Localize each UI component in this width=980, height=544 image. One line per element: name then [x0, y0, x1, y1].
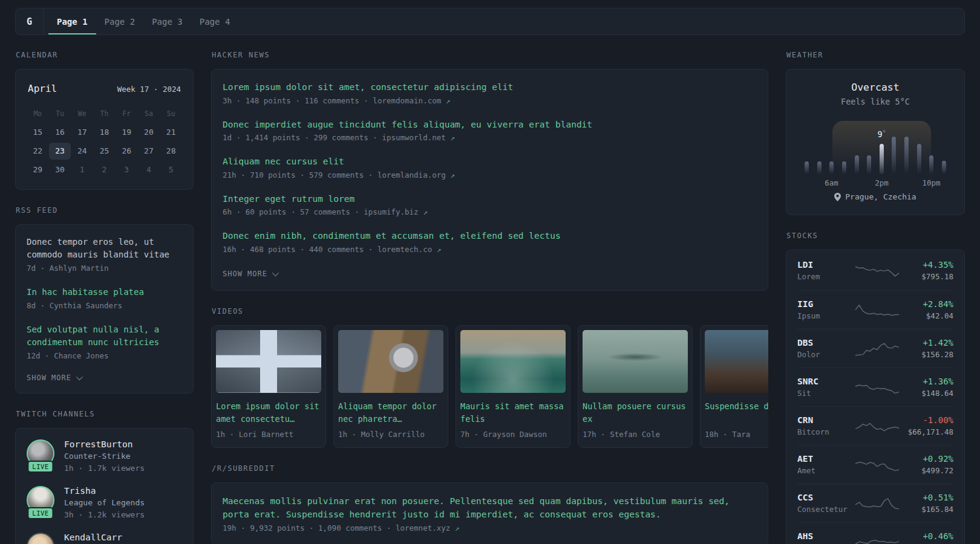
hn-item-title[interactable]: Donec enim nibh, condimentum et accumsan…	[223, 230, 757, 242]
stock-symbol: CCS	[797, 493, 855, 502]
video-thumbnail[interactable]	[216, 330, 321, 393]
video-title[interactable]: Mauris sit amet massa felis	[460, 400, 566, 426]
video-title[interactable]: Aliquam tempor dolor nec pharetra…	[338, 400, 443, 426]
stock-name: Bitcorn	[797, 427, 855, 437]
chevron-down-icon	[272, 270, 279, 276]
hn-item-meta: 3h · 148 points · 116 comments · loremdo…	[223, 96, 757, 105]
video-meta: 1h · Molly Carrillo	[338, 430, 443, 439]
stock-row[interactable]: AHS +0.46%	[797, 522, 953, 544]
video-thumbnail[interactable]	[705, 330, 768, 393]
rss-item-meta: 7d · Ashlyn Martin	[27, 264, 182, 273]
stock-row[interactable]: SNRCSit +1.36%$148.64	[797, 368, 953, 406]
weather-bar	[842, 161, 846, 174]
channel-avatar[interactable]: LIVE	[27, 486, 54, 514]
hn-item: Integer eget rutrum lorem 6h · 60 points…	[223, 193, 757, 217]
weather-bar	[867, 155, 871, 174]
stock-row[interactable]: LDILorem +4.35%$795.18	[797, 251, 953, 290]
show-more-label: SHOW MORE	[27, 374, 71, 382]
stock-row[interactable]: DBSDolor +1.42%$156.28	[797, 329, 953, 368]
app-logo[interactable]: G	[16, 8, 44, 34]
hackernews-widget: HACKER NEWS Lorem ipsum dolor sit amet, …	[211, 51, 768, 291]
calendar-day: 28	[160, 143, 182, 160]
hn-domain-link[interactable]: ipsumworld.net	[382, 133, 445, 142]
stock-symbol: AET	[797, 454, 855, 464]
weather-bar	[917, 144, 921, 174]
hn-domain-link[interactable]: loremdomain.com	[373, 96, 441, 105]
hn-item: Donec enim nibh, condimentum et accumsan…	[223, 230, 757, 254]
weather-widget: WEATHER Overcast Feels like 5°C 9°6am2pm…	[786, 51, 965, 215]
video-thumbnail[interactable]	[583, 330, 688, 393]
calendar-weekday: Sa	[138, 105, 160, 122]
calendar-weekday: Mo	[27, 105, 49, 122]
video-title[interactable]: Lorem ipsum dolor sit amet consectetu…	[216, 400, 321, 426]
weather-bar	[855, 155, 859, 174]
nav-tabs: Page 1 Page 2 Page 3 Page 4	[44, 8, 243, 34]
chevron-down-icon	[76, 374, 83, 380]
weather-current-temp: 9°	[877, 129, 886, 139]
video-thumbnail[interactable]	[460, 330, 566, 393]
video-title[interactable]: Nullam posuere cursus ex	[583, 400, 688, 426]
external-link-icon: ↗	[450, 170, 455, 180]
hn-domain-link[interactable]: loremlandia.org	[377, 170, 446, 180]
video-card[interactable]: Aliquam tempor dolor nec pharetra… 1h · …	[333, 325, 448, 448]
rss-item-meta: 12d · Chance Jones	[27, 351, 182, 360]
hn-domain-link[interactable]: ipsumify.biz	[364, 207, 418, 216]
video-thumbnail[interactable]	[338, 330, 443, 393]
tab-page-3[interactable]: Page 3	[143, 8, 191, 34]
hn-item-title[interactable]: Aliquam nec cursus elit	[223, 156, 757, 168]
video-meta: 17h · Stefan Cole	[583, 430, 688, 439]
weather-bar	[817, 161, 822, 174]
calendar-card: April Week 17 · 2024 MoTuWeThFrSaSu15161…	[15, 69, 194, 190]
channel-name[interactable]: Trisha	[64, 486, 145, 496]
rss-item-title[interactable]: Donec tempor eros leo, ut commodo mauris…	[27, 236, 182, 261]
calendar-day: 19	[116, 124, 138, 141]
video-card[interactable]: Mauris sit amet massa felis 7h · Grayson…	[456, 325, 570, 448]
calendar-day: 16	[49, 124, 71, 141]
tab-page-1[interactable]: Page 1	[48, 8, 96, 34]
reddit-item-title[interactable]: Maecenas mollis pulvinar erat non posuer…	[223, 495, 757, 522]
weather-hour-label: 6am	[825, 178, 838, 187]
channel-name[interactable]: ForrestBurton	[64, 439, 145, 449]
channel-avatar[interactable]: LIVE	[27, 439, 54, 467]
hn-item-title[interactable]: Donec imperdiet augue tincidunt felis al…	[223, 119, 757, 131]
stock-row[interactable]: CCSConsectetur +0.51%$165.84	[797, 484, 953, 522]
calendar-day: 25	[93, 143, 116, 160]
stock-sparkline	[855, 494, 900, 513]
video-card[interactable]: Lorem ipsum dolor sit amet consectetu… 1…	[211, 325, 326, 448]
hn-item-meta: 6h · 60 points · 57 comments · ipsumify.…	[223, 207, 757, 216]
calendar-day: 17	[71, 124, 93, 141]
video-card[interactable]: Nullam posuere cursus ex 17h · Stefan Co…	[578, 325, 693, 448]
stock-row[interactable]: IIGIpsum +2.84%$42.04	[797, 290, 953, 329]
calendar-day: 24	[71, 143, 93, 160]
live-badge: LIVE	[27, 507, 53, 519]
reddit-item: Maecenas mollis pulvinar erat non posuer…	[223, 495, 757, 533]
video-title[interactable]: Suspendisse diam	[705, 400, 768, 426]
channel-name[interactable]: KendallCarr	[64, 533, 122, 542]
hn-domain-link[interactable]: loremtech.co	[377, 245, 432, 254]
calendar-day: 1	[71, 161, 93, 178]
reddit-domain-link[interactable]: loremnet.xyz	[396, 523, 450, 533]
channel-avatar[interactable]	[27, 533, 54, 544]
tab-page-2[interactable]: Page 2	[96, 8, 144, 34]
video-card[interactable]: Suspendisse diam 18h · Tara	[700, 325, 768, 448]
calendar-month: April	[28, 83, 57, 94]
tab-page-4[interactable]: Page 4	[191, 8, 239, 34]
channel-category[interactable]: Counter-Strike	[64, 452, 145, 462]
hn-meta-text: 3h · 148 points · 116 comments ·	[223, 96, 373, 105]
stock-name: Sit	[797, 389, 855, 398]
stock-row[interactable]: AETAmet +0.92%$499.72	[797, 445, 953, 484]
hn-item-title[interactable]: Integer eget rutrum lorem	[223, 193, 757, 206]
rss-show-more-button[interactable]: SHOW MORE	[27, 374, 182, 382]
stock-change: +1.42%	[900, 338, 953, 348]
channel-category[interactable]: League of Legends	[64, 498, 145, 508]
weather-bar	[929, 155, 933, 174]
hn-item: Lorem ipsum dolor sit amet, consectetur …	[223, 82, 757, 105]
stock-row[interactable]: CRNBitcorn -1.00%$66,171.48	[797, 406, 953, 445]
rss-item-title[interactable]: In hac habitasse platea	[27, 286, 182, 299]
calendar-week-year: Week 17 · 2024	[117, 85, 181, 94]
reddit-meta-text: 19h · 9,932 points · 1,090 comments ·	[223, 523, 396, 533]
hn-show-more-button[interactable]: SHOW MORE	[223, 270, 757, 278]
rss-item-title[interactable]: Sed volutpat nulla nisl, a condimentum n…	[27, 323, 182, 349]
rss-item: Sed volutpat nulla nisl, a condimentum n…	[27, 323, 182, 360]
hn-item-title[interactable]: Lorem ipsum dolor sit amet, consectetur …	[223, 82, 757, 94]
